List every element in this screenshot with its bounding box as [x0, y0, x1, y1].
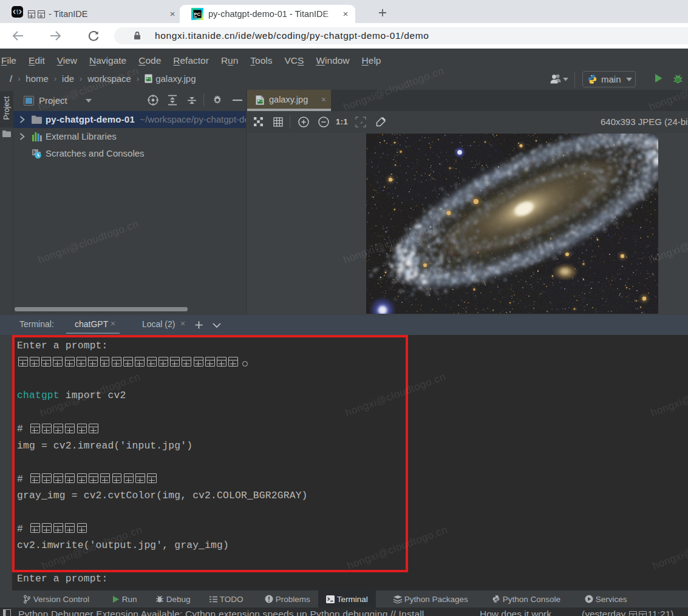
- svg-text:PC: PC: [194, 12, 200, 17]
